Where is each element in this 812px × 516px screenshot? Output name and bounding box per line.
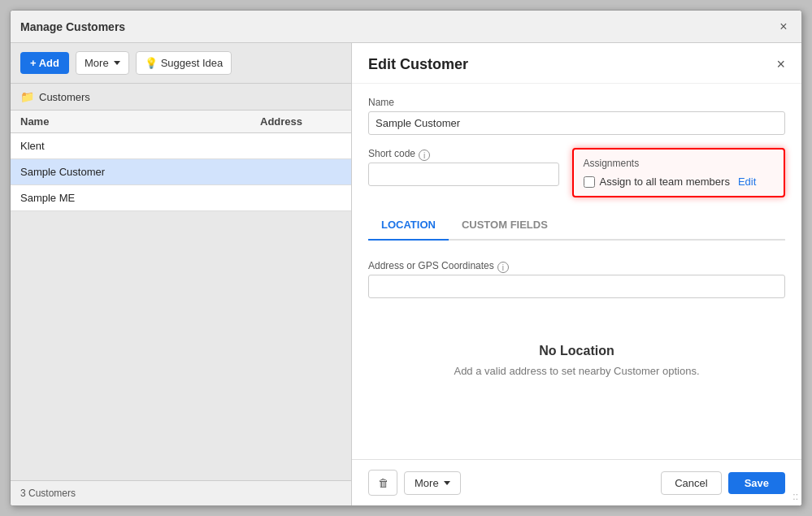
address-label-row: Address or GPS Coordinates i	[368, 260, 785, 275]
name-input[interactable]	[368, 111, 785, 135]
main-window: Manage Customers × + Add More 💡 Suggest …	[10, 10, 802, 506]
breadcrumb-label: Customers	[39, 91, 90, 103]
row-name: Sample ME	[20, 192, 341, 204]
content-area: + Add More 💡 Suggest Idea 📁 Customers Na…	[11, 43, 801, 505]
right-panel: Edit Customer × Name Short code i	[352, 43, 801, 505]
assignments-edit-link[interactable]: Edit	[738, 176, 756, 188]
address-input[interactable]	[368, 275, 785, 298]
no-location-title: No Location	[384, 344, 769, 358]
footer-more-chevron-icon	[444, 481, 450, 485]
suggest-button-label: Suggest Idea	[161, 57, 224, 69]
more-button[interactable]: More	[76, 51, 129, 75]
tab-location-label: LOCATION	[381, 219, 436, 231]
shortcode-label-row: Short code i	[368, 148, 559, 163]
title-bar: Manage Customers ×	[11, 11, 801, 43]
shortcode-info-icon[interactable]: i	[419, 150, 430, 161]
col-name-header: Name	[20, 115, 260, 128]
location-section: Address or GPS Coordinates i No Location…	[368, 254, 785, 393]
table-row[interactable]: Klent	[11, 133, 351, 159]
name-field-group: Name	[368, 97, 785, 135]
more-chevron-icon	[114, 61, 120, 65]
tab-custom-fields[interactable]: CUSTOM FIELDS	[449, 210, 561, 241]
row-name: Klent	[20, 140, 341, 152]
tabs-row: LOCATION CUSTOM FIELDS	[368, 210, 785, 241]
edit-footer: 🗑 More Cancel Save	[352, 459, 801, 505]
assignments-title: Assignments	[584, 158, 775, 169]
lightbulb-icon: 💡	[145, 57, 158, 69]
no-location-area: No Location Add a valid address to set n…	[368, 311, 785, 393]
edit-header: Edit Customer ×	[352, 43, 801, 84]
assignments-row: Assign to all team members Edit	[584, 176, 775, 188]
save-button[interactable]: Save	[728, 472, 785, 494]
shortcode-input[interactable]	[368, 163, 559, 186]
suggest-button[interactable]: 💡 Suggest Idea	[136, 51, 232, 75]
tab-location[interactable]: LOCATION	[368, 210, 449, 241]
trash-icon: 🗑	[378, 477, 389, 489]
shortcode-label: Short code	[368, 148, 415, 159]
table-body: Klent Sample Customer Sample ME	[11, 133, 351, 480]
breadcrumb: 📁 Customers	[11, 84, 351, 111]
table-row[interactable]: Sample ME	[11, 185, 351, 211]
row-name: Sample Customer	[20, 166, 341, 178]
assign-all-label: Assign to all team members	[600, 176, 730, 188]
window-close-button[interactable]: ×	[775, 19, 792, 35]
edit-body: Name Short code i Assignme	[352, 84, 801, 459]
address-label: Address or GPS Coordinates	[368, 260, 494, 271]
cancel-button[interactable]: Cancel	[661, 471, 721, 495]
more-button-label: More	[85, 57, 109, 69]
delete-button[interactable]: 🗑	[368, 470, 397, 496]
window-title: Manage Customers	[20, 20, 125, 33]
shortcode-field-group: Short code i	[368, 148, 559, 197]
footer-more-label: More	[415, 477, 439, 489]
table-row[interactable]: Sample Customer	[11, 159, 351, 185]
resize-handle[interactable]: ::	[792, 491, 798, 502]
assignments-box: Assignments Assign to all team members E…	[572, 148, 786, 197]
table-header: Name Address	[11, 111, 351, 133]
address-info-icon[interactable]: i	[497, 262, 509, 273]
customer-count-label: 3 Customers	[20, 488, 76, 499]
left-panel: + Add More 💡 Suggest Idea 📁 Customers Na…	[11, 43, 352, 505]
address-field-group: Address or GPS Coordinates i	[368, 260, 785, 298]
shortcode-assignments-row: Short code i Assignments Assign to all t…	[368, 148, 785, 197]
no-location-subtitle: Add a valid address to set nearby Custom…	[384, 365, 769, 377]
edit-panel-title: Edit Customer	[368, 56, 468, 73]
add-button[interactable]: + Add	[20, 52, 69, 74]
footer-more-button[interactable]: More	[404, 471, 461, 495]
tab-custom-fields-label: CUSTOM FIELDS	[462, 219, 548, 231]
edit-close-button[interactable]: ×	[776, 56, 785, 73]
footer-left: 🗑 More	[368, 470, 461, 496]
assign-all-checkbox[interactable]	[584, 176, 595, 188]
left-toolbar: + Add More 💡 Suggest Idea	[11, 43, 351, 84]
col-address-header: Address	[260, 115, 341, 128]
folder-icon: 📁	[20, 90, 34, 103]
name-label: Name	[368, 97, 785, 108]
footer-right: Cancel Save	[661, 471, 785, 495]
left-footer: 3 Customers	[11, 480, 351, 505]
